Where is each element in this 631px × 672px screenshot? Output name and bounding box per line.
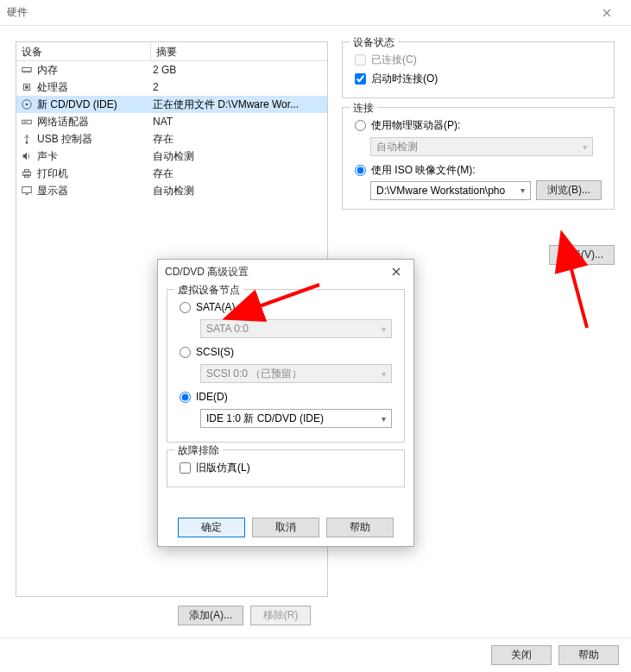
device-row[interactable]: 打印机存在 (16, 165, 327, 182)
scsi-select: SCSI 0:0 （已预留） ▾ (200, 364, 392, 383)
device-name: 网络适配器 (37, 115, 153, 129)
sata-radio-input[interactable] (180, 302, 191, 313)
device-row[interactable]: 网络适配器NAT (16, 113, 327, 130)
virtual-node-group: 虚拟设备节点 SATA(A) SATA 0:0 ▾ SCSI(S) SCSI 0… (167, 289, 405, 443)
device-summary: 自动检测 (153, 184, 327, 198)
physical-drive-radio[interactable]: 使用物理驱动器(P): (355, 116, 605, 134)
close-icon (392, 267, 401, 276)
header-device[interactable]: 设备 (16, 42, 151, 60)
troubleshoot-group: 故障排除 旧版仿真(L) (167, 449, 405, 487)
svg-rect-0 (22, 67, 32, 71)
physical-drive-select: 自动检测 ▾ (370, 137, 593, 156)
device-summary: 存在 (153, 132, 327, 147)
disc-icon (20, 97, 34, 111)
connect-on-start-checkbox[interactable]: 启动时连接(O) (355, 70, 605, 87)
device-status-group: 设备状态 已连接(C) 启动时连接(O) (342, 41, 615, 98)
device-summary: 自动检测 (153, 149, 327, 164)
modal-close-button[interactable] (386, 267, 407, 276)
network-icon (20, 115, 34, 129)
device-buttons: 添加(A)... 移除(R) (178, 606, 311, 625)
add-device-button[interactable]: 添加(A)... (178, 606, 243, 625)
device-status-legend: 设备状态 (350, 35, 398, 50)
ide-select[interactable]: IDE 1:0 新 CD/DVD (IDE) ▾ (200, 409, 392, 428)
ide-radio-input[interactable] (180, 392, 191, 403)
help-button[interactable]: 帮助 (558, 645, 619, 665)
legacy-emulation-input[interactable] (180, 462, 191, 474)
device-summary: NAT (153, 116, 327, 128)
advanced-button[interactable]: 高级(V)... (549, 245, 615, 265)
sata-label: SATA(A) (196, 301, 236, 313)
advanced-settings-dialog: CD/DVD 高级设置 虚拟设备节点 SATA(A) SATA 0:0 ▾ SC… (157, 259, 414, 547)
modal-ok-button[interactable]: 确定 (178, 518, 245, 537)
device-summary: 正在使用文件 D:\VMware Wor... (153, 97, 327, 112)
ide-label: IDE(D) (196, 391, 228, 403)
physical-drive-label: 使用物理驱动器(P): (371, 118, 460, 133)
svg-point-4 (26, 104, 28, 106)
svg-point-6 (24, 122, 26, 123)
ide-value: IDE 1:0 新 CD/DVD (IDE) (206, 411, 324, 426)
modal-title: CD/DVD 高级设置 (165, 265, 386, 279)
device-summary: 存在 (153, 166, 327, 181)
device-name: 显示器 (37, 184, 153, 198)
modal-cancel-button[interactable]: 取消 (252, 518, 319, 537)
sata-radio[interactable]: SATA(A) (180, 298, 395, 316)
window-title: 硬件 (7, 5, 590, 20)
connected-checkbox-input (355, 54, 366, 66)
iso-file-label: 使用 ISO 映像文件(M): (371, 163, 476, 178)
device-name: 内存 (37, 63, 153, 78)
device-name: USB 控制器 (37, 132, 153, 147)
display-icon (20, 184, 34, 198)
close-icon (603, 9, 611, 17)
connected-label: 已连接(C) (371, 53, 417, 67)
svg-point-8 (26, 141, 28, 144)
chevron-down-icon: ▾ (583, 142, 587, 152)
device-name: 声卡 (37, 149, 153, 164)
remove-device-button: 移除(R) (250, 606, 311, 625)
modal-titlebar: CD/DVD 高级设置 (158, 260, 413, 284)
iso-file-value: D:\VMware Workstation\pho (376, 185, 505, 197)
sata-value: SATA 0:0 (206, 323, 249, 335)
window-titlebar: 硬件 (0, 0, 631, 26)
physical-drive-radio-input[interactable] (355, 120, 366, 131)
device-row[interactable]: 显示器自动检测 (16, 182, 327, 199)
iso-file-radio-input[interactable] (355, 165, 366, 176)
svg-rect-12 (22, 187, 32, 193)
device-row[interactable]: 处理器2 (16, 79, 327, 96)
device-row[interactable]: USB 控制器存在 (16, 130, 327, 148)
virtual-node-legend: 虚拟设备节点 (174, 283, 243, 298)
device-name: 新 CD/DVD (IDE) (37, 97, 153, 112)
memory-icon (20, 63, 34, 77)
physical-drive-value: 自动检测 (376, 140, 418, 154)
header-summary[interactable]: 摘要 (151, 42, 327, 60)
scsi-radio[interactable]: SCSI(S) (180, 343, 395, 361)
printer-icon (20, 166, 34, 180)
modal-help-button[interactable]: 帮助 (326, 518, 394, 537)
device-row[interactable]: 新 CD/DVD (IDE)正在使用文件 D:\VMware Wor... (16, 96, 327, 113)
modal-footer: 确定 取消 帮助 (158, 518, 413, 537)
window-close-button[interactable] (590, 1, 624, 25)
legacy-emulation-label: 旧版仿真(L) (196, 461, 250, 475)
connection-group: 连接 使用物理驱动器(P): 自动检测 ▾ 使用 ISO 映像文件(M): D:… (342, 107, 615, 210)
svg-point-7 (26, 122, 28, 123)
ide-radio[interactable]: IDE(D) (180, 388, 395, 405)
connect-on-start-input[interactable] (355, 73, 366, 85)
connection-legend: 连接 (350, 101, 377, 116)
device-name: 打印机 (37, 166, 153, 181)
scsi-value: SCSI 0:0 （已预留） (206, 367, 302, 381)
iso-file-select[interactable]: D:\VMware Workstation\pho ▾ (370, 181, 531, 200)
troubleshoot-legend: 故障排除 (174, 443, 223, 458)
device-row[interactable]: 声卡自动检测 (16, 148, 327, 165)
sata-select: SATA 0:0 ▾ (200, 319, 392, 338)
connected-checkbox: 已连接(C) (355, 51, 605, 68)
device-row[interactable]: 内存2 GB (16, 61, 327, 79)
close-button[interactable]: 关闭 (491, 645, 552, 665)
connect-on-start-label: 启动时连接(O) (371, 72, 438, 86)
device-list-header: 设备 摘要 (16, 42, 327, 61)
legacy-emulation-checkbox[interactable]: 旧版仿真(L) (180, 459, 395, 476)
usb-icon (20, 132, 34, 146)
device-name: 处理器 (37, 80, 153, 95)
scsi-radio-input[interactable] (180, 347, 191, 358)
cpu-icon (20, 80, 34, 94)
browse-button[interactable]: 浏览(B)... (536, 180, 602, 200)
iso-file-radio[interactable]: 使用 ISO 映像文件(M): (355, 161, 605, 179)
